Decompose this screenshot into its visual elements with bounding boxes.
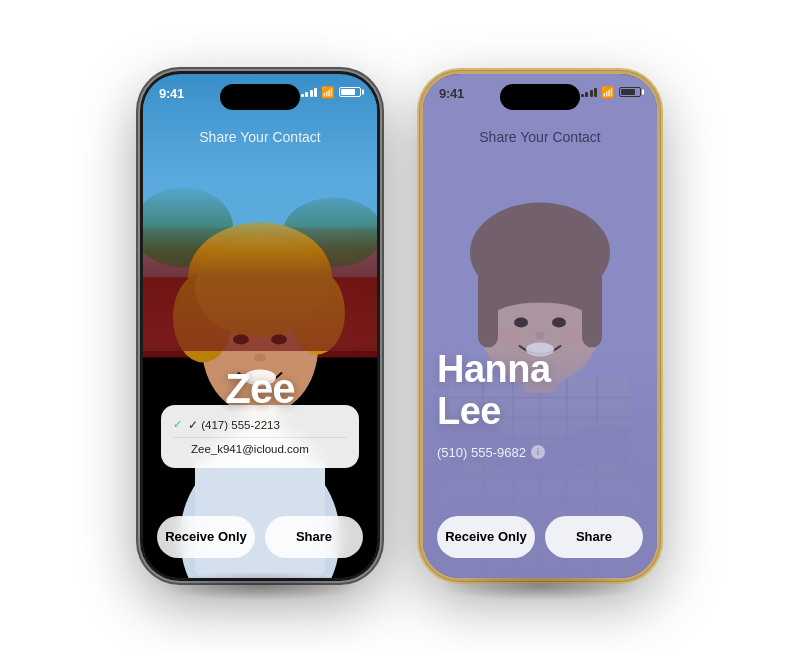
battery-icon-1 xyxy=(339,87,361,97)
svg-point-16 xyxy=(254,353,266,361)
phone-row: ✓ ✓ (417) 555-2213 xyxy=(173,413,347,438)
wifi-icon-2: 📶 xyxy=(601,86,615,99)
phone-2-wrapper: 9:41 📶 Share Your Contact xyxy=(420,71,660,581)
share-button-1[interactable]: Share xyxy=(265,516,363,558)
signal-icon-1 xyxy=(301,87,318,97)
checkmark-icon: ✓ xyxy=(173,418,182,431)
phone-number-2: (510) 555-9682 xyxy=(437,445,526,460)
phone-1: 9:41 📶 Share Your Contact Z xyxy=(140,71,380,581)
status-icons-2: 📶 xyxy=(581,86,642,99)
screen-title-2: Share Your Contact xyxy=(423,129,657,145)
contact-card-1: ✓ ✓ (417) 555-2213 Zee_k941@icloud.com xyxy=(161,405,359,468)
time-2: 9:41 xyxy=(439,86,464,101)
person-name-1: Zee xyxy=(143,365,377,413)
email-row: Zee_k941@icloud.com xyxy=(173,438,347,460)
phone-1-shadow xyxy=(160,571,360,601)
bottom-buttons-2: Receive Only Share xyxy=(437,516,643,558)
screen-title-1: Share Your Contact xyxy=(143,129,377,145)
bottom-buttons-1: Receive Only Share xyxy=(157,516,363,558)
battery-icon-2 xyxy=(619,87,641,97)
person-name-2: Hanna Lee xyxy=(437,349,643,433)
status-bar-2: 9:41 📶 xyxy=(423,74,657,118)
phone-number-1: ✓ (417) 555-2213 xyxy=(188,418,280,432)
phone-number-2-row: (510) 555-9682 i xyxy=(437,445,643,460)
signal-icon-2 xyxy=(581,87,598,97)
receive-only-button-1[interactable]: Receive Only xyxy=(157,516,255,558)
wifi-icon-1: 📶 xyxy=(321,86,335,99)
email-1: Zee_k941@icloud.com xyxy=(173,443,309,455)
phone-1-wrapper: 9:41 📶 Share Your Contact Z xyxy=(140,71,380,581)
receive-only-button-2[interactable]: Receive Only xyxy=(437,516,535,558)
battery-fill-2 xyxy=(621,89,635,95)
phone-2-screen: 9:41 📶 Share Your Contact xyxy=(423,74,657,578)
phone-2: 9:41 📶 Share Your Contact xyxy=(420,71,660,581)
phone-1-screen: 9:41 📶 Share Your Contact Z xyxy=(143,74,377,578)
info-circle-icon: i xyxy=(531,445,545,459)
time-1: 9:41 xyxy=(159,86,184,101)
share-button-2[interactable]: Share xyxy=(545,516,643,558)
stadium-overlay xyxy=(143,225,377,351)
dynamic-island-1 xyxy=(220,84,300,110)
status-icons-1: 📶 xyxy=(301,86,362,99)
battery-fill-1 xyxy=(341,89,355,95)
